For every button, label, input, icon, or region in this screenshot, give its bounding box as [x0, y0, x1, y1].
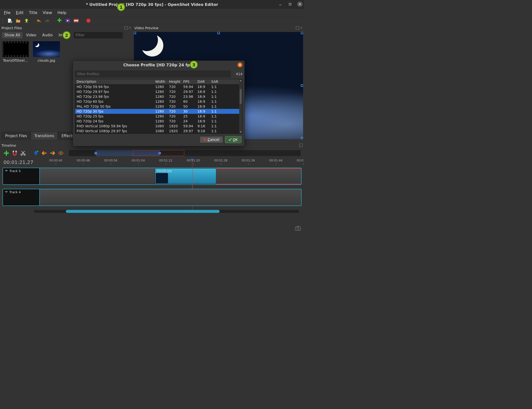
profile-row[interactable]: FHD Vertical 1080p 59.94 fps1080192059.9…: [75, 124, 242, 129]
window-titlebar: * Untitled Project [HD 720p 30 fps] - Op…: [0, 0, 304, 9]
profile-cell: 1280: [155, 109, 169, 113]
timeline-minimap[interactable]: [69, 150, 301, 156]
panel-close-icon[interactable]: [128, 26, 132, 30]
profile-row[interactable]: HD 720p 30 fps12807203016:91:1: [75, 109, 242, 114]
profile-cell: 720: [169, 95, 183, 99]
tl-tick: 00:00:40: [49, 159, 62, 162]
profile-cell: 1:1: [211, 129, 226, 133]
cancel-button[interactable]: Cancel: [200, 136, 223, 143]
save-project-icon[interactable]: [24, 18, 29, 24]
timeline-playhead[interactable]: [190, 158, 194, 167]
window-maximize-button[interactable]: [287, 1, 293, 7]
profile-cell: 1:1: [211, 90, 226, 94]
toolbar-grip[interactable]: [2, 18, 4, 23]
profile-row[interactable]: HD 720p 60 fps12807206016:91:1: [75, 99, 242, 104]
profile-filter-input[interactable]: [75, 71, 231, 77]
profile-cell: 1080: [155, 124, 169, 128]
menu-title[interactable]: Title: [27, 9, 40, 16]
col-width[interactable]: Width: [155, 80, 169, 84]
profile-cell: 1:1: [211, 100, 226, 103]
window-close-button[interactable]: [297, 1, 303, 7]
export-icon[interactable]: [85, 18, 91, 24]
timeline-hscrollbar[interactable]: [34, 210, 299, 213]
timeline-ruler[interactable]: 00:01:21,27 00:00:40 00:00:48 00:00:56 0…: [0, 158, 304, 168]
profile-count: 414: [233, 72, 242, 76]
col-height[interactable]: Height: [169, 80, 183, 84]
timeline-title: Timeline: [1, 144, 16, 147]
menu-view[interactable]: View: [40, 9, 55, 16]
tab-show-all[interactable]: Show All: [2, 32, 23, 38]
profile-row[interactable]: FHD Vertical 1080p 29.97 fps1080192029.9…: [75, 129, 242, 133]
panel-popout-icon[interactable]: [299, 144, 303, 148]
svg-rect-16: [299, 144, 302, 147]
fullscreen-icon[interactable]: [73, 18, 79, 24]
tl-tick: 00:00:48: [77, 159, 90, 162]
svg-rect-18: [15, 151, 17, 152]
col-description[interactable]: Description: [77, 80, 155, 84]
main-toolbar: [0, 16, 304, 25]
timeline-track[interactable]: Track 5 clouds.jpg: [2, 168, 302, 185]
timeline-clip[interactable]: clouds.jpg: [155, 169, 217, 184]
profile-cell: FHD Vertical 1080p 29.97 fps: [77, 129, 155, 133]
timeline-track[interactable]: Track 4: [2, 189, 302, 206]
col-dar[interactable]: DAR: [197, 80, 211, 84]
file-item[interactable]: clouds.jpg: [33, 41, 60, 62]
tab-video[interactable]: Video: [24, 32, 39, 38]
prev-marker-icon[interactable]: [41, 150, 47, 156]
menu-help[interactable]: Help: [55, 9, 69, 16]
dialog-close-button[interactable]: [238, 62, 242, 67]
file-label: TearsOfSteel…: [2, 58, 29, 62]
profile-row[interactable]: HD 720p 25 fps12807202516:91:1: [75, 114, 242, 119]
splitter-handle[interactable]: · · · · · ·: [0, 215, 304, 218]
svg-rect-5: [25, 22, 28, 23]
undo-icon[interactable]: [36, 18, 42, 24]
profile-row[interactable]: HD 720p 23.98 fps128072023.9816:91:1: [75, 94, 242, 99]
profile-row[interactable]: PAL HD 720p 50 fps12807205016:91:1: [75, 104, 242, 109]
next-marker-icon[interactable]: [50, 150, 56, 156]
profile-row[interactable]: HD 720p 24 fps12807202416:91:1: [75, 119, 242, 124]
menu-edit[interactable]: Edit: [14, 9, 26, 16]
import-files-icon[interactable]: [56, 18, 62, 24]
add-marker-icon[interactable]: [33, 150, 39, 156]
btab-transitions[interactable]: Transitions: [31, 132, 58, 140]
panel-popout-icon[interactable]: [124, 26, 128, 30]
profile-icon[interactable]: [65, 18, 71, 24]
tl-tick: 00:00:56: [104, 159, 117, 162]
svg-rect-11: [125, 26, 127, 29]
profile-cell: 720: [169, 90, 183, 94]
profile-cell: 720: [169, 114, 183, 118]
col-sar[interactable]: SAR: [211, 80, 226, 84]
tab-audio[interactable]: Audio: [40, 32, 55, 38]
clip-label: clouds.jpg: [155, 169, 217, 173]
panel-close-icon[interactable]: [300, 26, 303, 30]
window-minimize-button[interactable]: [278, 1, 283, 7]
add-track-icon[interactable]: [3, 150, 9, 156]
track-name: Track 5: [9, 169, 21, 173]
center-playhead-icon[interactable]: [58, 150, 64, 156]
profile-cell: PAL HD 720p 50 fps: [77, 104, 155, 108]
col-fps[interactable]: FPS: [183, 80, 197, 84]
profile-cell: 25: [183, 114, 197, 118]
svg-rect-15: [297, 226, 299, 227]
menu-file[interactable]: File: [1, 9, 13, 16]
track-name: Track 4: [9, 190, 21, 194]
new-project-icon[interactable]: [7, 18, 13, 24]
profile-cell: 16:9: [197, 95, 211, 99]
ok-button[interactable]: OK: [225, 136, 241, 143]
project-filter-input[interactable]: [74, 32, 123, 38]
open-project-icon[interactable]: [15, 18, 21, 24]
panel-popout-icon[interactable]: [296, 26, 299, 30]
profile-scrollbar[interactable]: [239, 79, 242, 133]
btab-project-files[interactable]: Project Files: [1, 132, 31, 140]
redo-icon[interactable]: [44, 18, 50, 24]
snap-icon[interactable]: [12, 150, 18, 156]
track-header[interactable]: Track 4: [3, 189, 40, 205]
tl-tick: 00:01:44: [269, 159, 282, 162]
choose-profile-dialog: Choose Profile [HD 720p 24 fps] 414 Desc…: [73, 60, 245, 146]
profile-row[interactable]: HD 720p 59.94 fps128072059.9416:91:1: [75, 84, 242, 89]
razor-icon[interactable]: [20, 150, 26, 156]
track-header[interactable]: Track 5: [3, 168, 40, 184]
snapshot-icon[interactable]: [295, 225, 301, 233]
profile-row[interactable]: HD 720p 29.97 fps128072029.9716:91:1: [75, 89, 242, 94]
file-item[interactable]: TearsOfSteel…: [2, 41, 29, 62]
